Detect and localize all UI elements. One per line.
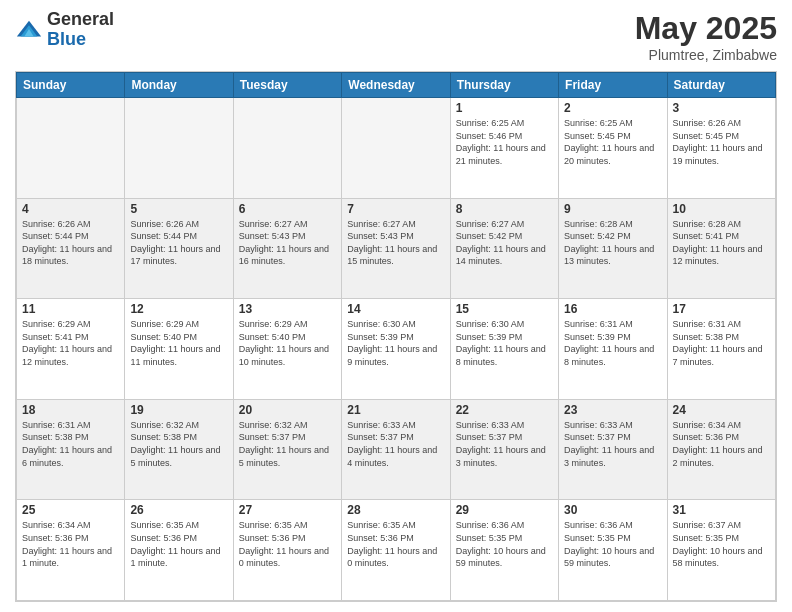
day-number: 21	[347, 403, 444, 417]
day-info: Sunrise: 6:32 AMSunset: 5:37 PMDaylight:…	[239, 419, 336, 469]
calendar: Sunday Monday Tuesday Wednesday Thursday…	[15, 71, 777, 602]
day-info: Sunrise: 6:28 AMSunset: 5:41 PMDaylight:…	[673, 218, 770, 268]
table-cell	[233, 98, 341, 199]
table-cell: 23Sunrise: 6:33 AMSunset: 5:37 PMDayligh…	[559, 399, 667, 500]
col-monday: Monday	[125, 73, 233, 98]
table-cell: 31Sunrise: 6:37 AMSunset: 5:35 PMDayligh…	[667, 500, 775, 601]
day-info: Sunrise: 6:28 AMSunset: 5:42 PMDaylight:…	[564, 218, 661, 268]
day-number: 19	[130, 403, 227, 417]
logo: General Blue	[15, 10, 114, 50]
table-cell: 30Sunrise: 6:36 AMSunset: 5:35 PMDayligh…	[559, 500, 667, 601]
table-cell: 8Sunrise: 6:27 AMSunset: 5:42 PMDaylight…	[450, 198, 558, 299]
day-info: Sunrise: 6:27 AMSunset: 5:42 PMDaylight:…	[456, 218, 553, 268]
day-info: Sunrise: 6:27 AMSunset: 5:43 PMDaylight:…	[347, 218, 444, 268]
day-number: 23	[564, 403, 661, 417]
table-cell: 21Sunrise: 6:33 AMSunset: 5:37 PMDayligh…	[342, 399, 450, 500]
day-info: Sunrise: 6:34 AMSunset: 5:36 PMDaylight:…	[22, 519, 119, 569]
table-cell: 18Sunrise: 6:31 AMSunset: 5:38 PMDayligh…	[17, 399, 125, 500]
day-number: 29	[456, 503, 553, 517]
day-number: 14	[347, 302, 444, 316]
day-info: Sunrise: 6:33 AMSunset: 5:37 PMDaylight:…	[564, 419, 661, 469]
day-number: 30	[564, 503, 661, 517]
table-cell: 20Sunrise: 6:32 AMSunset: 5:37 PMDayligh…	[233, 399, 341, 500]
day-number: 16	[564, 302, 661, 316]
table-cell: 5Sunrise: 6:26 AMSunset: 5:44 PMDaylight…	[125, 198, 233, 299]
table-cell: 15Sunrise: 6:30 AMSunset: 5:39 PMDayligh…	[450, 299, 558, 400]
table-cell: 1Sunrise: 6:25 AMSunset: 5:46 PMDaylight…	[450, 98, 558, 199]
table-cell: 13Sunrise: 6:29 AMSunset: 5:40 PMDayligh…	[233, 299, 341, 400]
day-number: 5	[130, 202, 227, 216]
day-info: Sunrise: 6:30 AMSunset: 5:39 PMDaylight:…	[456, 318, 553, 368]
logo-text: General Blue	[47, 10, 114, 50]
day-info: Sunrise: 6:34 AMSunset: 5:36 PMDaylight:…	[673, 419, 770, 469]
day-number: 13	[239, 302, 336, 316]
header: General Blue May 2025 Plumtree, Zimbabwe	[15, 10, 777, 63]
day-info: Sunrise: 6:25 AMSunset: 5:45 PMDaylight:…	[564, 117, 661, 167]
day-info: Sunrise: 6:35 AMSunset: 5:36 PMDaylight:…	[347, 519, 444, 569]
day-number: 28	[347, 503, 444, 517]
logo-blue: Blue	[47, 30, 114, 50]
table-cell: 27Sunrise: 6:35 AMSunset: 5:36 PMDayligh…	[233, 500, 341, 601]
day-number: 3	[673, 101, 770, 115]
calendar-week-3: 11Sunrise: 6:29 AMSunset: 5:41 PMDayligh…	[17, 299, 776, 400]
day-info: Sunrise: 6:27 AMSunset: 5:43 PMDaylight:…	[239, 218, 336, 268]
logo-icon	[15, 16, 43, 44]
table-cell: 6Sunrise: 6:27 AMSunset: 5:43 PMDaylight…	[233, 198, 341, 299]
table-cell: 3Sunrise: 6:26 AMSunset: 5:45 PMDaylight…	[667, 98, 775, 199]
table-cell: 26Sunrise: 6:35 AMSunset: 5:36 PMDayligh…	[125, 500, 233, 601]
day-info: Sunrise: 6:36 AMSunset: 5:35 PMDaylight:…	[456, 519, 553, 569]
table-cell	[125, 98, 233, 199]
day-info: Sunrise: 6:33 AMSunset: 5:37 PMDaylight:…	[347, 419, 444, 469]
day-info: Sunrise: 6:29 AMSunset: 5:41 PMDaylight:…	[22, 318, 119, 368]
day-number: 11	[22, 302, 119, 316]
table-cell: 16Sunrise: 6:31 AMSunset: 5:39 PMDayligh…	[559, 299, 667, 400]
day-info: Sunrise: 6:33 AMSunset: 5:37 PMDaylight:…	[456, 419, 553, 469]
col-thursday: Thursday	[450, 73, 558, 98]
page: General Blue May 2025 Plumtree, Zimbabwe…	[0, 0, 792, 612]
table-cell: 24Sunrise: 6:34 AMSunset: 5:36 PMDayligh…	[667, 399, 775, 500]
table-cell: 25Sunrise: 6:34 AMSunset: 5:36 PMDayligh…	[17, 500, 125, 601]
day-info: Sunrise: 6:32 AMSunset: 5:38 PMDaylight:…	[130, 419, 227, 469]
table-cell: 10Sunrise: 6:28 AMSunset: 5:41 PMDayligh…	[667, 198, 775, 299]
col-tuesday: Tuesday	[233, 73, 341, 98]
day-number: 7	[347, 202, 444, 216]
day-number: 18	[22, 403, 119, 417]
table-cell: 7Sunrise: 6:27 AMSunset: 5:43 PMDaylight…	[342, 198, 450, 299]
col-wednesday: Wednesday	[342, 73, 450, 98]
day-info: Sunrise: 6:37 AMSunset: 5:35 PMDaylight:…	[673, 519, 770, 569]
calendar-week-5: 25Sunrise: 6:34 AMSunset: 5:36 PMDayligh…	[17, 500, 776, 601]
table-cell: 11Sunrise: 6:29 AMSunset: 5:41 PMDayligh…	[17, 299, 125, 400]
day-number: 9	[564, 202, 661, 216]
table-cell: 22Sunrise: 6:33 AMSunset: 5:37 PMDayligh…	[450, 399, 558, 500]
day-number: 15	[456, 302, 553, 316]
table-cell: 9Sunrise: 6:28 AMSunset: 5:42 PMDaylight…	[559, 198, 667, 299]
col-friday: Friday	[559, 73, 667, 98]
day-info: Sunrise: 6:29 AMSunset: 5:40 PMDaylight:…	[130, 318, 227, 368]
day-info: Sunrise: 6:36 AMSunset: 5:35 PMDaylight:…	[564, 519, 661, 569]
day-info: Sunrise: 6:35 AMSunset: 5:36 PMDaylight:…	[239, 519, 336, 569]
title-block: May 2025 Plumtree, Zimbabwe	[635, 10, 777, 63]
day-info: Sunrise: 6:26 AMSunset: 5:44 PMDaylight:…	[130, 218, 227, 268]
subtitle: Plumtree, Zimbabwe	[635, 47, 777, 63]
day-info: Sunrise: 6:31 AMSunset: 5:39 PMDaylight:…	[564, 318, 661, 368]
day-number: 26	[130, 503, 227, 517]
day-number: 27	[239, 503, 336, 517]
day-number: 2	[564, 101, 661, 115]
day-info: Sunrise: 6:35 AMSunset: 5:36 PMDaylight:…	[130, 519, 227, 569]
table-cell: 19Sunrise: 6:32 AMSunset: 5:38 PMDayligh…	[125, 399, 233, 500]
day-number: 12	[130, 302, 227, 316]
day-number: 25	[22, 503, 119, 517]
calendar-header-row: Sunday Monday Tuesday Wednesday Thursday…	[17, 73, 776, 98]
day-number: 8	[456, 202, 553, 216]
day-info: Sunrise: 6:26 AMSunset: 5:45 PMDaylight:…	[673, 117, 770, 167]
table-cell: 17Sunrise: 6:31 AMSunset: 5:38 PMDayligh…	[667, 299, 775, 400]
table-cell: 4Sunrise: 6:26 AMSunset: 5:44 PMDaylight…	[17, 198, 125, 299]
day-number: 24	[673, 403, 770, 417]
day-number: 20	[239, 403, 336, 417]
day-info: Sunrise: 6:31 AMSunset: 5:38 PMDaylight:…	[673, 318, 770, 368]
table-cell: 12Sunrise: 6:29 AMSunset: 5:40 PMDayligh…	[125, 299, 233, 400]
day-info: Sunrise: 6:31 AMSunset: 5:38 PMDaylight:…	[22, 419, 119, 469]
table-cell	[17, 98, 125, 199]
logo-general: General	[47, 10, 114, 30]
day-info: Sunrise: 6:26 AMSunset: 5:44 PMDaylight:…	[22, 218, 119, 268]
